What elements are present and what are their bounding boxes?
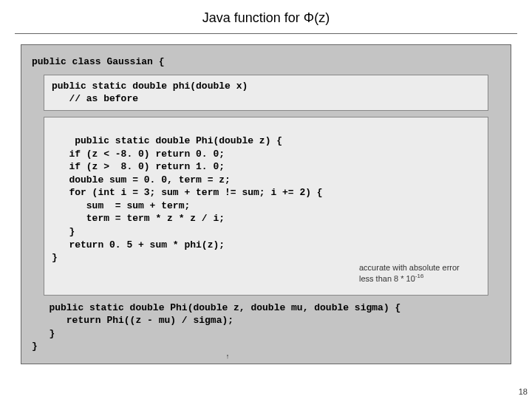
title-underline [15,33,517,34]
accuracy-annotation: accurate with absolute error less than 8… [359,263,477,284]
annotation-line-1: accurate with absolute error [359,263,460,272]
annotation-line-2a: less than 8 * 10 [359,274,415,283]
code-block-phi-overload: public static double Phi(double z, doubl… [32,301,500,341]
code-block-phi-uppercase: public static double Phi(double z) { if … [44,117,488,296]
code-block-phi-lowercase: public static double phi(double x) // as… [44,75,488,111]
class-declaration: public class Gaussian { [32,55,500,69]
annotation-exponent: -16 [415,273,424,279]
page-number: 18 [519,387,528,396]
code-text: public static double Phi(double z) { if … [52,135,323,263]
slide-title: Java function for Φ(z) [0,0,532,30]
code-container: public class Gaussian { public static do… [21,44,511,364]
svg-marker-1 [227,355,228,356]
class-close-brace: } [32,340,500,353]
